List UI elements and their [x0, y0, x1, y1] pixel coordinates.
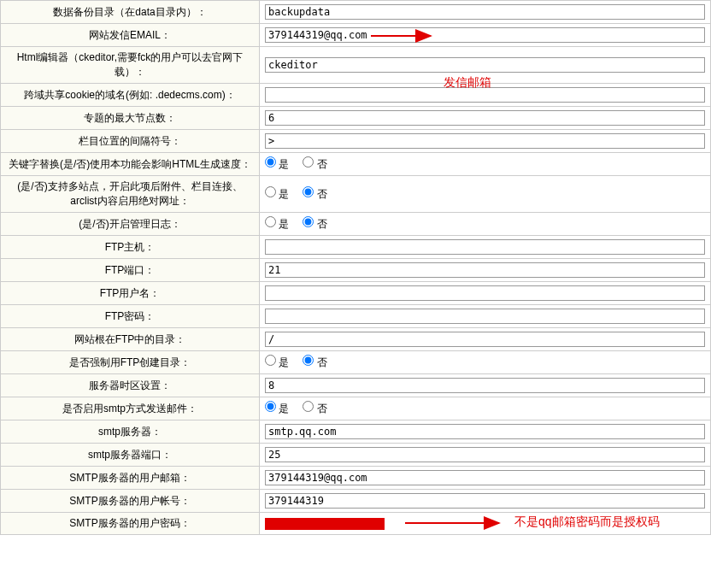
- input-timezone[interactable]: [265, 378, 705, 393]
- label-ftp-host: FTP主机：: [1, 236, 260, 259]
- label-cookie-domain: 跨域共享cookie的域名(例如: .dedecms.com)：: [1, 84, 260, 107]
- label-ftp-force: 是否强制用FTP创建目录：: [1, 351, 260, 374]
- input-ftp-user[interactable]: [265, 285, 705, 301]
- label-admin-log: (是/否)开启管理日志：: [1, 213, 260, 236]
- input-html-editor[interactable]: [265, 57, 705, 73]
- annotation-bottom: 不是qq邮箱密码而是授权码: [514, 514, 660, 530]
- label-keyword-replace: 关键字替换(是/否)使用本功能会影响HTML生成速度：: [1, 153, 260, 176]
- input-backup-dir[interactable]: [265, 4, 705, 20]
- label-smtp-server: smtp服务器：: [1, 420, 260, 444]
- label-ftp-root: 网站根在FTP中的目录：: [1, 328, 260, 351]
- radio-adminlog-yes[interactable]: [265, 216, 276, 227]
- radio-ftpforce-no[interactable]: [303, 355, 314, 366]
- label-ftp-user: FTP用户名：: [1, 282, 260, 305]
- radio-smtp-yes[interactable]: [265, 401, 276, 412]
- radio-ftpforce-yes[interactable]: [265, 355, 276, 366]
- label-smtp-enable: 是否启用smtp方式发送邮件：: [1, 397, 260, 420]
- label-smtp-account: SMTP服务器的用户帐号：: [1, 490, 260, 513]
- redacted-block: [265, 518, 385, 530]
- radio-keyword-no[interactable]: [303, 156, 314, 168]
- input-site-email[interactable]: [265, 27, 705, 43]
- input-ftp-port[interactable]: [265, 262, 705, 278]
- label-html-editor: Html编辑器（ckeditor,需要fck的用户可以去官网下载）：: [1, 47, 260, 84]
- label-site-email: 网站发信EMAIL：: [1, 24, 260, 47]
- label-timezone: 服务器时区设置：: [1, 374, 260, 397]
- input-ftp-root[interactable]: [265, 332, 705, 347]
- label-ftp-port: FTP端口：: [1, 259, 260, 282]
- label-multisite: (是/否)支持多站点，开启此项后附件、栏目连接、arclist内容启用绝对网址：: [1, 176, 260, 213]
- settings-table: 数据备份目录（在data目录内）： 网站发信EMAIL： 发信邮箱 Html编辑…: [0, 0, 711, 535]
- radio-multisite-no[interactable]: [303, 186, 314, 197]
- label-ftp-pass: FTP密码：: [1, 305, 260, 328]
- radio-adminlog-no[interactable]: [303, 216, 314, 227]
- label-column-sep: 栏目位置的间隔符号：: [1, 130, 260, 153]
- input-column-sep[interactable]: [265, 133, 705, 149]
- label-smtp-email: SMTP服务器的用户邮箱：: [1, 467, 260, 490]
- input-ftp-pass[interactable]: [265, 309, 705, 324]
- input-ftp-host[interactable]: [265, 239, 705, 255]
- radio-keyword-yes[interactable]: [265, 156, 276, 168]
- label-smtp-port: smtp服务器端口：: [1, 444, 260, 467]
- radio-smtp-no[interactable]: [303, 401, 314, 412]
- input-smtp-port[interactable]: [265, 447, 705, 462]
- input-smtp-server[interactable]: [265, 424, 705, 439]
- label-smtp-pwd: SMTP服务器的用户密码：: [1, 513, 260, 535]
- radio-multisite-yes[interactable]: [265, 186, 276, 197]
- label-max-nodes: 专题的最大节点数：: [1, 107, 260, 130]
- input-cookie-domain[interactable]: [265, 87, 705, 103]
- label-backup-dir: 数据备份目录（在data目录内）：: [1, 1, 260, 24]
- input-smtp-email[interactable]: [265, 470, 705, 485]
- arrow-icon: [405, 516, 508, 530]
- input-smtp-account[interactable]: [265, 493, 705, 509]
- input-max-nodes[interactable]: [265, 110, 705, 126]
